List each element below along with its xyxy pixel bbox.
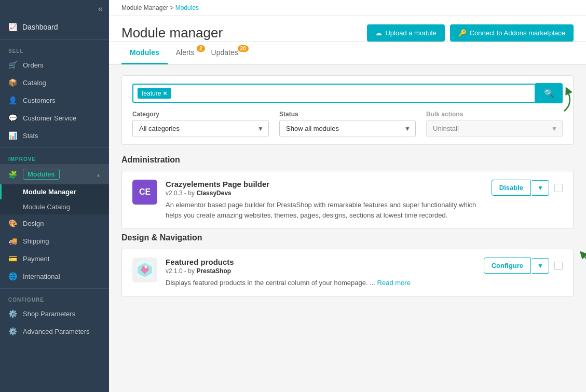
customers-icon: 👤 (8, 96, 18, 104)
sell-section-title: SELL (0, 43, 109, 56)
sidebar-item-orders[interactable]: 🛒 Orders (0, 56, 109, 74)
bulk-actions-label: Bulk actions (426, 111, 563, 118)
section-design-navigation-title: Design & Navigation (121, 233, 574, 242)
section-administration-title: Administration (121, 155, 574, 165)
sidebar-item-dashboard[interactable]: 📈 Dashboard (0, 18, 109, 36)
configure-dropdown-button[interactable]: ▼ (532, 258, 549, 274)
search-tag: feature × (138, 88, 171, 99)
sidebar-item-label: Catalog (23, 79, 46, 87)
search-input-wrapper: feature × (132, 84, 536, 103)
dashboard-label: Dashboard (22, 23, 58, 31)
sidebar-item-label: Advanced Parameters (23, 328, 90, 335)
breadcrumb-parent: Module Manager (121, 4, 168, 11)
module-actions-featured-products: Configure ▼ (484, 258, 563, 274)
modules-children: Module Manager Module Catalog (0, 184, 109, 214)
search-row: feature × 🔍 (132, 83, 563, 103)
module-info-featured-products: Featured products v2.1.0 - by PrestaShop… (166, 258, 475, 288)
page-header: Module manager ☁ Upload a module 🔑 Conne… (109, 16, 586, 42)
configure-button[interactable]: Configure (484, 258, 531, 274)
sidebar-item-catalog[interactable]: 📦 Catalog (0, 74, 109, 91)
bulk-actions-select[interactable]: Uninstall (426, 120, 563, 137)
tab-updates-label: Updates (211, 48, 238, 57)
main-content: Module Manager > Modules Module manager … (109, 0, 586, 392)
sidebar-child-module-manager[interactable]: Module Manager (0, 184, 109, 199)
sidebar-item-label: Modules (23, 169, 60, 180)
upload-icon: ☁ (375, 29, 382, 37)
advanced-parameters-icon: ⚙️ (8, 327, 18, 335)
search-icon: 🔍 (544, 89, 554, 98)
sidebar-item-design[interactable]: 🎨 Design (0, 214, 109, 232)
module-checkbox-crazyelements[interactable] (554, 184, 563, 192)
content-area: feature × 🔍 (109, 65, 586, 392)
sidebar-item-shop-parameters[interactable]: ⚙️ Shop Parameters (0, 305, 109, 322)
module-card-crazyelements: CE Crazyelements Page builder v2.0.3 - b… (121, 171, 574, 229)
tab-alerts-label: Alerts (176, 48, 195, 57)
tab-modules-label: Modules (130, 48, 159, 57)
key-icon: 🔑 (458, 29, 467, 37)
tab-updates[interactable]: Updates 20 (203, 42, 247, 64)
search-tag-label: feature (142, 90, 161, 97)
sidebar-item-international[interactable]: 🌐 International (0, 267, 109, 285)
module-actions-crazyelements: Disable ▼ (492, 180, 563, 196)
header-buttons: ☁ Upload a module 🔑 Connect to Addons ma… (367, 24, 574, 42)
upload-module-label: Upload a module (385, 29, 436, 37)
sidebar: « 📈 Dashboard SELL 🛒 Orders 📦 Catalog 👤 … (0, 0, 109, 392)
module-desc-crazyelements: An elementor based page builder for Pres… (166, 200, 483, 220)
modules-icon: 🧩 (8, 170, 18, 179)
sidebar-collapse-btn[interactable]: « (0, 0, 109, 18)
breadcrumb-current[interactable]: Modules (175, 4, 199, 11)
module-card-featured-products: Featured products v2.1.0 - by PrestaShop… (121, 249, 574, 297)
tabs-bar: Modules Alerts 2 Updates 20 (109, 42, 586, 65)
search-input[interactable] (174, 89, 530, 97)
dashboard-icon: 📈 (8, 23, 17, 31)
section-administration: Administration CE Crazyelements Page bui… (121, 155, 574, 229)
sidebar-item-label: Payment (23, 255, 49, 263)
sidebar-item-modules[interactable]: 🧩 Modules (0, 164, 109, 184)
disable-dropdown-button[interactable]: ▼ (532, 180, 549, 196)
sidebar-item-label: Shop Parameters (23, 310, 75, 318)
filter-row: feature × 🔍 (121, 75, 574, 145)
bulk-actions-filter-group: Bulk actions Uninstall ▼ (426, 111, 563, 137)
category-label: Category (132, 111, 269, 118)
status-label: Status (279, 111, 416, 118)
sidebar-item-label: International (23, 273, 60, 280)
search-tag-close-btn[interactable]: × (163, 89, 167, 97)
disable-button[interactable]: Disable (492, 180, 531, 196)
featured-products-icon-svg (134, 260, 155, 280)
updates-badge: 20 (238, 45, 249, 52)
read-more-link[interactable]: Read more (377, 279, 411, 287)
module-checkbox-featured-products[interactable] (554, 262, 563, 270)
category-filter-group: Category All categories ▼ (132, 111, 269, 137)
bulk-actions-select-wrapper: Uninstall ▼ (426, 120, 563, 137)
filter-dropdowns: Category All categories ▼ Status Show al… (132, 111, 563, 137)
sidebar-item-payment[interactable]: 💳 Payment (0, 250, 109, 267)
search-button[interactable]: 🔍 (536, 83, 563, 103)
shop-parameters-icon: ⚙️ (8, 309, 18, 318)
improve-divider (0, 147, 109, 148)
sidebar-item-label: Customer Service (23, 114, 76, 122)
status-select-wrapper: Show all modules ▼ (279, 120, 416, 137)
sidebar-item-customer-service[interactable]: 💬 Customer Service (0, 109, 109, 127)
sidebar-item-shipping[interactable]: 🚚 Shipping (0, 232, 109, 250)
sidebar-item-label: Design (23, 220, 44, 227)
upload-module-button[interactable]: ☁ Upload a module (367, 24, 444, 42)
sidebar-item-advanced-parameters[interactable]: ⚙️ Advanced Parameters (0, 322, 109, 340)
orders-icon: 🛒 (8, 61, 18, 69)
section-design-navigation: Design & Navigation Featured products v2… (121, 233, 574, 297)
sidebar-child-module-catalog[interactable]: Module Catalog (0, 199, 109, 214)
sidebar-item-label: Orders (23, 61, 44, 69)
status-select[interactable]: Show all modules (279, 120, 416, 137)
status-filter-group: Status Show all modules ▼ (279, 111, 416, 137)
sidebar-item-customers[interactable]: 👤 Customers (0, 91, 109, 109)
category-select-wrapper: All categories ▼ (132, 120, 269, 137)
connect-addons-button[interactable]: 🔑 Connect to Addons marketplace (450, 24, 574, 42)
module-name-featured-products: Featured products (166, 258, 475, 266)
customer-service-icon: 💬 (8, 114, 18, 122)
category-select[interactable]: All categories (132, 120, 269, 137)
sell-divider (0, 39, 109, 40)
stats-icon: 📊 (8, 131, 18, 140)
sidebar-item-stats[interactable]: 📊 Stats (0, 127, 109, 144)
tab-modules[interactable]: Modules (121, 42, 168, 64)
module-icon-ce: CE (132, 180, 157, 205)
tab-alerts[interactable]: Alerts 2 (168, 42, 203, 64)
